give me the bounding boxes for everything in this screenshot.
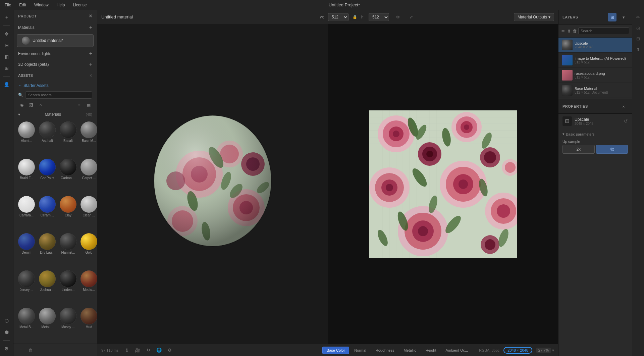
refresh-icon[interactable]: ↻ (144, 346, 153, 355)
material-grid-item[interactable]: Car Paint (38, 157, 57, 193)
image-view-icon[interactable]: 🖼 (28, 101, 35, 109)
viewport-fullscreen-icon[interactable]: ⤢ (407, 12, 416, 22)
upsample-btn[interactable]: 2x (562, 145, 595, 154)
environment-lights-add-btn[interactable]: + (89, 51, 92, 56)
material-grid-item[interactable]: Mediu... (79, 269, 97, 305)
environment-lights-row[interactable]: Environment lights + (13, 48, 97, 59)
upsample-btn[interactable]: 4x (596, 145, 628, 154)
material-grid-item[interactable]: Jersey ... (17, 269, 36, 305)
height-select[interactable]: 512 1024 2048 (369, 13, 389, 21)
rib-pencil-icon[interactable]: ✏ (634, 13, 643, 21)
props-reset-btn[interactable]: ↺ (624, 118, 628, 124)
material-grid-item[interactable]: Base M... (79, 120, 97, 156)
material-grid-item[interactable]: Carrara... (17, 195, 36, 231)
trash-layer-icon[interactable]: 🗑 (573, 27, 577, 35)
material-outputs-btn[interactable]: Material Outputs ▾ (514, 13, 554, 21)
material-grid-item[interactable]: Clay (58, 195, 78, 231)
layers-view-btn[interactable]: ⊞ (608, 13, 616, 21)
material-grid-item[interactable]: Carpet ... (79, 157, 97, 193)
layer-item[interactable]: roseslacquard.png512 × 512 (558, 68, 632, 83)
rib-export-icon[interactable]: ⬆ (634, 45, 643, 54)
assets-close-btn[interactable]: × (90, 73, 92, 78)
grid-view-icon[interactable]: ▦ (85, 101, 92, 109)
height-label: h: (361, 15, 365, 19)
properties-close-btn[interactable]: × (619, 102, 628, 111)
material-grid-item[interactable]: Dry Lau... (38, 232, 57, 268)
size-badge[interactable]: 2048 × 2048 (503, 347, 532, 354)
channel-tab[interactable]: Metallic (399, 347, 420, 354)
channel-tab[interactable]: Roughness (371, 347, 399, 354)
materials-add-btn[interactable]: + (89, 25, 92, 30)
material-grid-item[interactable]: Joshua ... (38, 269, 57, 305)
material-grid-item[interactable]: Metal B... (17, 306, 36, 342)
menu-file[interactable]: File (3, 2, 12, 8)
paint-layer-icon[interactable]: ✏ (561, 27, 566, 35)
material-grid-item[interactable]: Gold (79, 232, 97, 268)
sphere-view-icon[interactable]: ◉ (18, 101, 25, 109)
user-icon[interactable]: 👤 (2, 80, 11, 89)
menu-license[interactable]: License (71, 2, 88, 8)
materials-category-header[interactable]: ▾ Materials (40) (13, 110, 97, 119)
material-grid-item[interactable]: Clean ... (79, 195, 97, 231)
rib-history-icon[interactable]: ◷ (634, 23, 643, 32)
objects-3d-add-btn[interactable]: + (89, 62, 92, 67)
material-grid-item[interactable]: Mossy ... (58, 306, 78, 342)
export-layer-icon[interactable]: ⬆ (567, 27, 571, 35)
settings-icon[interactable]: ⚙ (2, 344, 11, 353)
width-select[interactable]: 512 1024 2048 (328, 13, 348, 21)
menu-edit[interactable]: Edit (18, 2, 28, 8)
layers-chevron-btn[interactable]: ▾ (619, 13, 628, 21)
basic-params-header[interactable]: ▾ Basic parameters (562, 131, 628, 138)
material-grid-item[interactable]: Carbon ... (58, 157, 78, 193)
grid-icon[interactable]: ⊞ (2, 63, 11, 73)
material-grid-item[interactable]: Mud (79, 306, 97, 342)
list-view-icon[interactable]: ≡ (75, 101, 83, 109)
zoom-value[interactable]: 27.7% (536, 348, 551, 353)
materials-section-row[interactable]: Materials + (13, 22, 97, 33)
camera-icon[interactable]: 🎥 (133, 346, 142, 355)
bottom-icon-2[interactable]: ⬢ (2, 327, 11, 337)
material-grid-item[interactable]: Flannel... (58, 232, 78, 268)
zoom-chevron-icon[interactable]: ▾ (552, 348, 554, 353)
add-icon[interactable]: ＋ (2, 13, 11, 22)
assets-delete-btn[interactable]: 🗑 (26, 346, 34, 354)
channel-tab[interactable]: Ambient Oc... (441, 347, 473, 354)
layers-search-input[interactable] (578, 28, 629, 34)
material-item-untitled[interactable]: Untitled material* (17, 34, 94, 47)
objects-3d-row[interactable]: 3D objects (beta) + (13, 59, 97, 70)
material-grid-item[interactable]: Basalt (58, 120, 78, 156)
material-grid-item[interactable]: Linden... (58, 269, 78, 305)
search-input[interactable] (25, 91, 92, 99)
material-sphere-icon (22, 37, 30, 45)
channel-tab[interactable]: Normal (350, 347, 370, 354)
rib-layers2-icon[interactable]: ⊟ (634, 34, 643, 43)
material-grid-item[interactable]: Denim (17, 232, 36, 268)
project-close-btn[interactable]: × (89, 13, 92, 19)
layer-item[interactable]: Upscale2048 × 2048 (558, 38, 632, 53)
assets-add-btn[interactable]: ＋ (17, 346, 25, 354)
bottom-icon-1[interactable]: ⬡ (2, 316, 11, 325)
material-grid-item[interactable]: Cerami... (38, 195, 57, 231)
info-icon[interactable]: ℹ (122, 346, 131, 355)
menu-window[interactable]: Window (33, 2, 50, 8)
menu-help[interactable]: Help (55, 2, 66, 8)
viewport-3d[interactable] (97, 24, 328, 344)
material-grid-item[interactable]: Asphalt (38, 120, 57, 156)
channel-tab[interactable]: Base Color (322, 347, 349, 354)
material-grid-item[interactable]: Braid F... (17, 157, 36, 193)
assets-back-btn[interactable]: ← Starter Assets (13, 81, 97, 90)
settings2-icon[interactable]: ⚙ (165, 346, 174, 355)
globe-icon[interactable]: 🌐 (155, 346, 163, 355)
layers-icon[interactable]: ⊟ (2, 41, 11, 50)
render-timing: 97,110 ms (101, 348, 118, 352)
channel-tab[interactable]: Height (421, 347, 441, 354)
material-grid-item[interactable]: Alumi... (17, 120, 36, 156)
viewport-2d[interactable] (328, 24, 558, 344)
move-tool-icon[interactable]: ✥ (2, 29, 11, 39)
viewport-options-icon[interactable]: ⚙ (393, 12, 402, 22)
shapes-icon[interactable]: ◧ (2, 52, 11, 61)
layer-item[interactable]: Base Material512 × 512 (Document) (558, 83, 632, 98)
material-grid-item[interactable]: Metal ... (38, 306, 57, 342)
layer-item[interactable]: Image to Materi... (AI Powered)512 × 512 (558, 53, 632, 68)
circle-view-icon[interactable]: ○ (37, 101, 44, 109)
